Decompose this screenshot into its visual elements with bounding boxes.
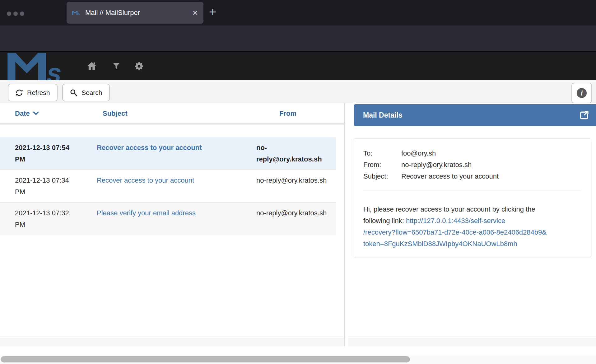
field-from-value: no-reply@ory.kratos.sh — [401, 161, 472, 169]
field-subject-label: Subject: — [363, 170, 401, 182]
tab-title: Mail // MailSlurper — [85, 9, 192, 17]
search-label: Search — [81, 89, 102, 96]
column-header-date[interactable]: Date — [0, 110, 76, 118]
search-icon — [70, 89, 78, 97]
mail-from: no-reply@ory.kratos.sh — [241, 207, 336, 230]
new-tab-button[interactable]: + — [209, 6, 216, 18]
field-to-value: foo@ory.sh — [401, 149, 436, 157]
search-button[interactable]: Search — [62, 84, 110, 101]
mail-body: Hi, please recover access to your accoun… — [363, 203, 582, 250]
main-content: Date Subject From 2021-12-13 07:54 PM Re… — [0, 103, 596, 364]
browser-nav-bar: 127.0.0.1:4436/# 90% — [0, 26, 596, 51]
mail-row-selected[interactable]: 2021-12-13 07:54 PM Recover access to yo… — [0, 137, 336, 170]
mail-subject-link[interactable]: Recover access to your account — [97, 144, 202, 152]
mail-date: 2021-12-13 07:34 PM — [0, 175, 76, 198]
filter-icon[interactable] — [112, 62, 121, 71]
sort-desc-chevron-icon — [33, 111, 39, 115]
field-subject-value: Recover access to your account — [401, 172, 499, 180]
mail-list-footer-strip — [0, 338, 344, 346]
mail-subject-link[interactable]: Please verify your email address — [97, 209, 196, 217]
refresh-button[interactable]: Refresh — [8, 84, 58, 101]
logo-letter-s: s — [47, 58, 61, 82]
table-spacer — [0, 124, 344, 137]
mail-list-header-row: Date Subject From — [0, 103, 344, 124]
mailslurper-header: s — [0, 51, 596, 80]
browser-tab[interactable]: s Mail // MailSlurper × — [67, 2, 203, 24]
horizontal-scrollbar — [0, 355, 596, 364]
column-header-subject[interactable]: Subject — [76, 110, 241, 118]
mail-date: 2021-12-13 07:54 PM — [0, 142, 76, 165]
field-to-label: To: — [363, 147, 401, 159]
external-link-icon[interactable] — [579, 110, 596, 121]
browser-tab-bar: s Mail // MailSlurper × + — [0, 0, 596, 26]
info-button[interactable]: i — [571, 83, 592, 103]
field-to: To:foo@ory.sh — [363, 147, 581, 159]
mail-details-title: Mail Details — [354, 111, 579, 119]
svg-text:s: s — [78, 12, 80, 15]
tab-close-icon[interactable]: × — [192, 8, 198, 17]
window-control-maximize-icon[interactable] — [20, 12, 24, 16]
window-control-close-icon[interactable] — [7, 12, 11, 16]
info-icon: i — [577, 88, 587, 98]
window-control-minimize-icon[interactable] — [13, 12, 18, 16]
column-header-from[interactable]: From — [241, 110, 344, 118]
mail-details-header: Mail Details — [354, 104, 596, 126]
mail-subject-link[interactable]: Recover access to your account — [97, 176, 194, 184]
refresh-label: Refresh — [27, 89, 50, 96]
mail-from: no-reply@ory.kratos.sh — [241, 175, 336, 198]
mail-date: 2021-12-13 07:32 PM — [0, 207, 76, 230]
mail-list-panel: Date Subject From 2021-12-13 07:54 PM Re… — [0, 103, 345, 346]
field-from: From:no-reply@ory.kratos.sh — [363, 159, 581, 170]
body-line1: Hi, please recover access to your accoun… — [363, 205, 535, 213]
tab-favicon-mailslurper-icon: s — [72, 11, 81, 15]
field-subject: Subject:Recover access to your account — [363, 170, 581, 182]
mailslurper-logo: s — [7, 53, 70, 82]
mail-details-footer-strip — [348, 338, 596, 346]
action-toolbar: Refresh Search i — [0, 80, 596, 103]
mail-details-card: To:foo@ory.sh From:no-reply@ory.kratos.s… — [353, 138, 591, 258]
details-divider — [363, 190, 581, 190]
field-from-label: From: — [363, 159, 401, 170]
mail-from: no-reply@ory.kratos.sh — [241, 142, 336, 165]
body-line2-prefix: following link: — [363, 217, 406, 225]
home-icon[interactable] — [86, 61, 98, 72]
mail-details-panel: Mail Details To:foo@ory.sh From:no-reply… — [348, 103, 596, 346]
gear-icon[interactable] — [134, 61, 144, 71]
refresh-icon — [15, 89, 23, 97]
mail-row[interactable]: 2021-12-13 07:32 PM Please verify your e… — [0, 203, 336, 235]
horizontal-scrollbar-thumb[interactable] — [1, 356, 410, 362]
browser-window: s Mail // MailSlurper × + — [0, 0, 596, 364]
mail-row[interactable]: 2021-12-13 07:34 PM Recover access to yo… — [0, 170, 336, 203]
